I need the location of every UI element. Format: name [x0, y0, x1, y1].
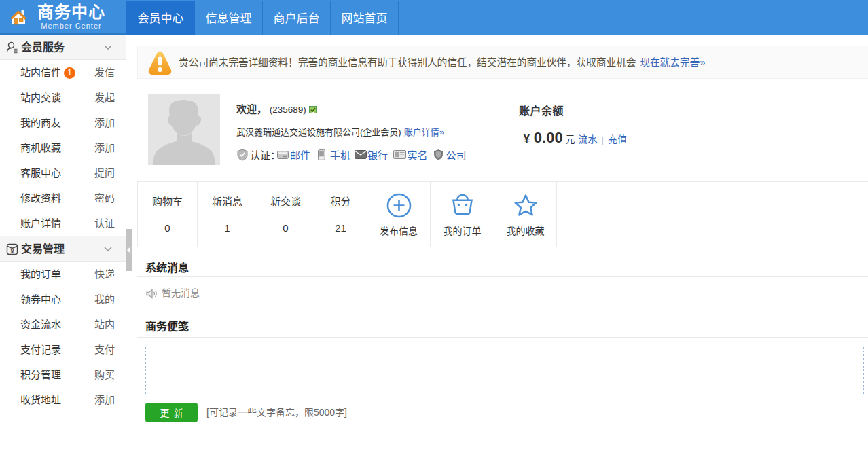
svg-text:¥: ¥ — [10, 248, 14, 255]
